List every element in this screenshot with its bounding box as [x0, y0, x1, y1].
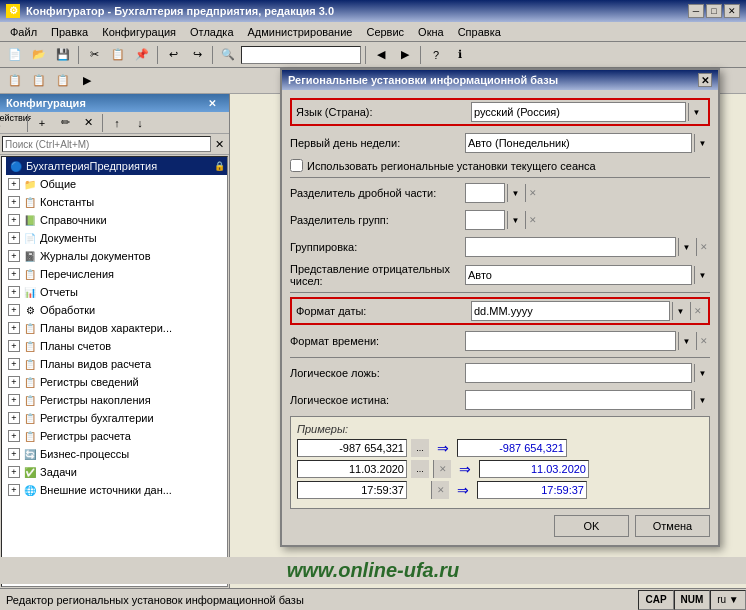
- tree-item-pvr[interactable]: + 📋 Планы видов расчета: [6, 355, 227, 373]
- tree-item-dokumenty[interactable]: + 📄 Документы: [6, 229, 227, 247]
- tb2-btn1[interactable]: 📋: [4, 71, 26, 91]
- expand-plany-schetov[interactable]: +: [8, 340, 20, 352]
- undo-button[interactable]: ↩: [162, 45, 184, 65]
- negative-arrow[interactable]: ▼: [694, 266, 710, 284]
- panel-move-down-btn[interactable]: ↓: [129, 113, 151, 133]
- expand-regnakop[interactable]: +: [8, 394, 20, 406]
- example1-btn[interactable]: ...: [411, 439, 429, 457]
- first-day-combo[interactable]: Авто (Понедельник): [465, 133, 692, 153]
- menu-config[interactable]: Конфигурация: [96, 23, 182, 41]
- expand-perechisleniya[interactable]: +: [8, 268, 20, 280]
- example3-clear[interactable]: ✕: [431, 481, 449, 499]
- panel-move-up-btn[interactable]: ↑: [106, 113, 128, 133]
- menu-admin[interactable]: Администрирование: [242, 23, 359, 41]
- panel-edit-btn[interactable]: ✏: [54, 113, 76, 133]
- date-format-arrow[interactable]: ▼: [672, 302, 688, 320]
- tree-item-regraschet[interactable]: + 📋 Регистры расчета: [6, 427, 227, 445]
- save-button[interactable]: 💾: [52, 45, 74, 65]
- tree-item-konstanty[interactable]: + 📋 Константы: [6, 193, 227, 211]
- tree-item-biznesproc[interactable]: + 🔄 Бизнес-процессы: [6, 445, 227, 463]
- fraction-sep-combo[interactable]: [465, 183, 505, 203]
- tree-item-perechisleniya[interactable]: + 📋 Перечисления: [6, 265, 227, 283]
- dialog-close-button[interactable]: ✕: [698, 73, 712, 87]
- status-lang[interactable]: ru ▼: [710, 590, 746, 610]
- expand-regraschet[interactable]: +: [8, 430, 20, 442]
- expand-otchety[interactable]: +: [8, 286, 20, 298]
- maximize-button[interactable]: □: [706, 4, 722, 18]
- example2-btn[interactable]: ...: [411, 460, 429, 478]
- example2-clear[interactable]: ✕: [433, 460, 451, 478]
- tree-item-zadachi[interactable]: + ✅ Задачи: [6, 463, 227, 481]
- tree-item-otchety[interactable]: + 📊 Отчеты: [6, 283, 227, 301]
- forward-button[interactable]: ▶: [394, 45, 416, 65]
- menu-service[interactable]: Сервис: [360, 23, 410, 41]
- logical-true-arrow[interactable]: ▼: [694, 391, 710, 409]
- expand-obrabotki[interactable]: +: [8, 304, 20, 316]
- menu-debug[interactable]: Отладка: [184, 23, 239, 41]
- new-button[interactable]: 📄: [4, 45, 26, 65]
- redo-button[interactable]: ↪: [186, 45, 208, 65]
- tree-item-obrabotki[interactable]: + ⚙ Обработки: [6, 301, 227, 319]
- menu-file[interactable]: Файл: [4, 23, 43, 41]
- search-clear-btn[interactable]: ✕: [211, 136, 227, 152]
- logical-true-combo[interactable]: [465, 390, 692, 410]
- expand-zhurnaly[interactable]: +: [8, 250, 20, 262]
- panel-action-btn1[interactable]: Действия ▼: [2, 113, 24, 133]
- grouping-arrow[interactable]: ▼: [678, 238, 694, 256]
- expand-spravochniki[interactable]: +: [8, 214, 20, 226]
- logical-false-combo[interactable]: [465, 363, 692, 383]
- group-sep-arrow[interactable]: ▼: [507, 211, 523, 229]
- language-combo[interactable]: русский (Россия): [471, 102, 686, 122]
- group-sep-combo[interactable]: [465, 210, 505, 230]
- expand-regsved[interactable]: +: [8, 376, 20, 388]
- group-sep-clear[interactable]: ✕: [525, 211, 539, 229]
- expand-pvkh[interactable]: +: [8, 322, 20, 334]
- expand-biznesproc[interactable]: +: [8, 448, 20, 460]
- expand-vneshnie[interactable]: +: [8, 484, 20, 496]
- tree-item-regsved[interactable]: + 📋 Регистры сведений: [6, 373, 227, 391]
- help-button[interactable]: ?: [425, 45, 447, 65]
- expand-konstanty[interactable]: +: [8, 196, 20, 208]
- regional-checkbox[interactable]: [290, 159, 303, 172]
- grouping-clear[interactable]: ✕: [696, 238, 710, 256]
- tree-item-regnakop[interactable]: + 📋 Регистры накопления: [6, 391, 227, 409]
- fraction-sep-clear[interactable]: ✕: [525, 184, 539, 202]
- tree-item-vneshnie[interactable]: + 🌐 Внешние источники дан...: [6, 481, 227, 499]
- tree-item-spravochniki[interactable]: + 📗 Справочники: [6, 211, 227, 229]
- panel-add-btn[interactable]: +: [31, 113, 53, 133]
- search-button[interactable]: 🔍: [217, 45, 239, 65]
- time-format-clear[interactable]: ✕: [696, 332, 710, 350]
- tree-item-plany-schetov[interactable]: + 📋 Планы счетов: [6, 337, 227, 355]
- tb2-btn3[interactable]: 📋: [52, 71, 74, 91]
- copy-button[interactable]: 📋: [107, 45, 129, 65]
- cut-button[interactable]: ✂: [83, 45, 105, 65]
- tree-item-pvkh[interactable]: + 📋 Планы видов характери...: [6, 319, 227, 337]
- panel-del-btn[interactable]: ✕: [77, 113, 99, 133]
- time-format-arrow[interactable]: ▼: [678, 332, 694, 350]
- open-button[interactable]: 📂: [28, 45, 50, 65]
- close-button[interactable]: ✕: [724, 4, 740, 18]
- date-format-combo[interactable]: dd.MM.yyyy: [471, 301, 670, 321]
- expand-obshchie[interactable]: +: [8, 178, 20, 190]
- expand-dokumenty[interactable]: +: [8, 232, 20, 244]
- menu-edit[interactable]: Правка: [45, 23, 94, 41]
- tree-item-root[interactable]: 🔵 БухгалтерияПредприятия 🔒: [6, 157, 227, 175]
- paste-button[interactable]: 📌: [131, 45, 153, 65]
- expand-pvr[interactable]: +: [8, 358, 20, 370]
- grouping-combo[interactable]: [465, 237, 676, 257]
- tb2-btn2[interactable]: 📋: [28, 71, 50, 91]
- info-button[interactable]: ℹ: [449, 45, 471, 65]
- time-format-combo[interactable]: [465, 331, 676, 351]
- tree-item-obshchie[interactable]: + 📁 Общие: [6, 175, 227, 193]
- tb2-btn4[interactable]: ▶: [76, 71, 98, 91]
- ok-button[interactable]: OK: [554, 515, 629, 537]
- panel-close-btn[interactable]: ✕: [201, 93, 223, 113]
- menu-help[interactable]: Справка: [452, 23, 507, 41]
- minimize-button[interactable]: ─: [688, 4, 704, 18]
- tree-item-regbuh[interactable]: + 📋 Регистры бухгалтерии: [6, 409, 227, 427]
- search-field[interactable]: [241, 46, 361, 64]
- tree-search-input[interactable]: [2, 136, 211, 152]
- first-day-combo-arrow[interactable]: ▼: [694, 134, 710, 152]
- menu-windows[interactable]: Окна: [412, 23, 450, 41]
- logical-false-arrow[interactable]: ▼: [694, 364, 710, 382]
